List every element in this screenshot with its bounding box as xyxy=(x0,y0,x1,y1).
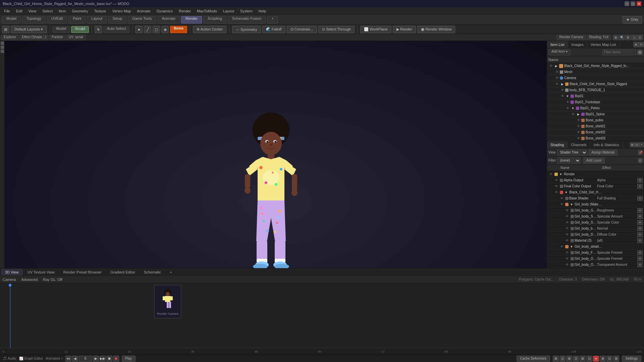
shader-row[interactable]: 👁 Girl_body_Diffuse (Image) Diffuse Colo… xyxy=(547,232,644,238)
menu-vertex-map[interactable]: Vertex Map xyxy=(110,8,134,14)
tab-vertex-map[interactable]: Vertex Map List xyxy=(587,41,620,48)
menu-animate[interactable]: Animate xyxy=(134,8,153,14)
eye-icon[interactable]: 👁 xyxy=(576,124,581,129)
prev-frame-btn[interactable]: ◀ xyxy=(72,356,78,362)
render-camera-tab[interactable]: Render Camera xyxy=(557,35,585,40)
shader-name[interactable]: Girl_body_Glossiness (Image) xyxy=(575,208,597,212)
shader-row-render[interactable]: 👁 ▼ Render xyxy=(547,171,644,177)
tab-game-tools[interactable]: Game Tools xyxy=(128,16,156,23)
shader-dd-btn[interactable]: ▾ xyxy=(637,232,643,237)
item-row[interactable]: 👁 ▼ Bip01_Pelvis xyxy=(547,105,644,111)
shading-pin-icon[interactable]: 📌 xyxy=(638,150,643,155)
default-layouts-btn[interactable]: Default Layouts ▾ xyxy=(11,26,47,33)
eye-icon[interactable]: 👁 xyxy=(559,196,565,200)
items-btn[interactable]: Items xyxy=(170,26,187,33)
shader-dd-btn[interactable]: ▾ xyxy=(637,184,643,189)
shader-dd-btn[interactable]: ▾ xyxy=(637,196,643,201)
item-row[interactable]: 👁 Bip01_Footsteps xyxy=(547,99,644,105)
eye-icon[interactable]: 👁 xyxy=(560,87,565,93)
play-btn[interactable]: ▶▶ xyxy=(100,356,106,362)
shader-name[interactable]: Base Shader xyxy=(569,196,597,200)
explorer-tab[interactable]: Explorer xyxy=(1,35,18,40)
filter-items-input[interactable] xyxy=(602,49,636,55)
add-item-btn[interactable]: Add Item ▾ xyxy=(548,49,571,55)
camera-label[interactable]: Camera xyxy=(3,278,16,282)
eye-icon[interactable]: 👁 xyxy=(565,263,570,266)
layout-icon[interactable]: ⊞ xyxy=(2,26,9,33)
shader-row[interactable]: 👁 Final Color Output Final Color ▾ xyxy=(547,183,644,189)
eye-icon[interactable]: 👁 xyxy=(576,130,581,135)
item-row[interactable]: 👁 Camera xyxy=(547,75,644,81)
menu-render[interactable]: Render xyxy=(176,8,194,14)
viewport-icon-1[interactable]: ⊞ xyxy=(613,35,619,40)
tab-animate[interactable]: Animate xyxy=(158,16,180,23)
filter-none-dropdown[interactable]: (none) xyxy=(557,158,581,164)
tab-topology[interactable]: Topology xyxy=(22,16,46,23)
star-only-btn[interactable]: ★ Only xyxy=(623,16,642,23)
eye-icon[interactable]: 👁 xyxy=(565,227,570,230)
shading-options-icon[interactable]: ⊡ xyxy=(635,142,639,147)
shader-name[interactable]: Black_Child_Girl_Home_Style_Ri.... xyxy=(569,190,602,194)
shader-name[interactable]: Final Color Output xyxy=(564,184,597,188)
tab-scripting[interactable]: Scripting xyxy=(203,16,226,23)
playhead-handle[interactable] xyxy=(9,284,11,287)
animated-label[interactable]: Animated xyxy=(46,357,60,360)
eye-icon[interactable]: 👁 xyxy=(565,251,570,254)
tab-images[interactable]: Images xyxy=(568,41,587,48)
transport-1[interactable]: ⊞ xyxy=(553,356,559,362)
shader-dd-btn[interactable]: ▾ xyxy=(637,238,643,243)
menu-dynamics[interactable]: Dynamics xyxy=(154,8,175,14)
item-name[interactable]: Bip01_Footsteps xyxy=(575,100,600,104)
shader-row[interactable]: 👁 ▼ Girl_body (Material) xyxy=(547,201,644,207)
item-name[interactable]: Bone_shirt03 xyxy=(586,136,605,140)
close-button[interactable]: ✕ xyxy=(637,1,641,6)
shader-name[interactable]: Girl_body_Specular (Image) xyxy=(575,215,597,218)
mode-model[interactable]: Model xyxy=(53,26,70,33)
transport-10[interactable]: ⊞ xyxy=(613,356,619,362)
tab-model[interactable]: Model xyxy=(2,16,21,23)
eye-icon[interactable]: 👁 xyxy=(565,221,570,224)
assign-material-btn[interactable]: Assign Material xyxy=(589,149,618,156)
tab-render-preset[interactable]: Render Preset Browser xyxy=(60,269,105,275)
shading-expand-icon[interactable]: ⊞ xyxy=(630,142,635,147)
advanced-label[interactable]: Advanced xyxy=(21,278,38,282)
playhead[interactable] xyxy=(10,283,10,348)
eye-icon[interactable]: 👁 xyxy=(554,190,559,194)
shader-row[interactable]: 👁 Girl_body_bump_baked (Image) Normal ▾ xyxy=(547,226,644,232)
eye-icon[interactable]: 👁 xyxy=(554,178,559,182)
render-btn[interactable]: ▶ Render xyxy=(393,26,416,33)
add-layer-btn[interactable]: Add Layer xyxy=(583,158,605,164)
item-row[interactable]: 👁 Bone_pubis xyxy=(547,117,644,123)
tab-setup[interactable]: Setup xyxy=(108,16,126,23)
item-name[interactable]: Camera xyxy=(564,76,576,80)
vertex-btn[interactable]: ● xyxy=(135,26,143,33)
ray-gl-label[interactable]: Ray GL: Off xyxy=(43,278,62,282)
menu-help[interactable]: Help xyxy=(256,8,269,14)
eye-icon[interactable]: 👁 xyxy=(565,208,570,212)
settings-btn[interactable]: Settings xyxy=(622,356,641,362)
item-row[interactable]: 👁 Bone_shirt02 xyxy=(547,129,644,135)
shader-name[interactable]: Girl_body_Fresnel (Image) xyxy=(575,251,597,254)
eye-icon[interactable]: 👁 xyxy=(565,257,570,260)
graph-editor-label[interactable]: Graph Editor xyxy=(24,357,43,360)
effect-shade-tab[interactable]: Effect (Shade...) xyxy=(19,35,48,40)
eye-icon[interactable]: 👁 xyxy=(559,202,565,206)
shader-tree-dropdown[interactable]: Shader Tree xyxy=(557,149,587,156)
transport-6[interactable]: ⊡ xyxy=(586,356,592,362)
uv-serial-tab[interactable]: UV: serial xyxy=(66,35,86,40)
shader-dd-btn[interactable]: ▾ xyxy=(637,220,643,225)
tab-schematic-fusion[interactable]: Schematic Fusion xyxy=(228,16,266,23)
shader-icon-1[interactable]: ⊡ xyxy=(638,158,643,163)
tab-uv-texture-view[interactable]: UV Texture View xyxy=(24,269,58,275)
left-tool-3[interactable] xyxy=(1,50,4,53)
viewport-icon-2[interactable]: 🔍 xyxy=(619,35,625,40)
minimize-button[interactable]: ─ xyxy=(625,1,629,6)
eye-icon[interactable]: 👁 xyxy=(548,63,554,69)
shader-list[interactable]: 👁 ▼ Render 👁 Alpha Output Alpha ▾ 👁 Fina… xyxy=(547,171,644,268)
item-name[interactable]: Black_Child_Girl_Home_Style_Rigged xyxy=(570,82,627,86)
particle-tab[interactable]: Particle xyxy=(49,35,65,40)
shader-row[interactable]: 👁 Girl_body_Opacity (Image) Transparent … xyxy=(547,262,644,268)
shader-row[interactable]: 👁 Girl_body_Glossiness (Image) Roughness… xyxy=(547,268,644,268)
edge-btn[interactable]: ╱ xyxy=(144,26,151,33)
item-row[interactable]: 👁 Bone_shirt01 xyxy=(547,123,644,129)
